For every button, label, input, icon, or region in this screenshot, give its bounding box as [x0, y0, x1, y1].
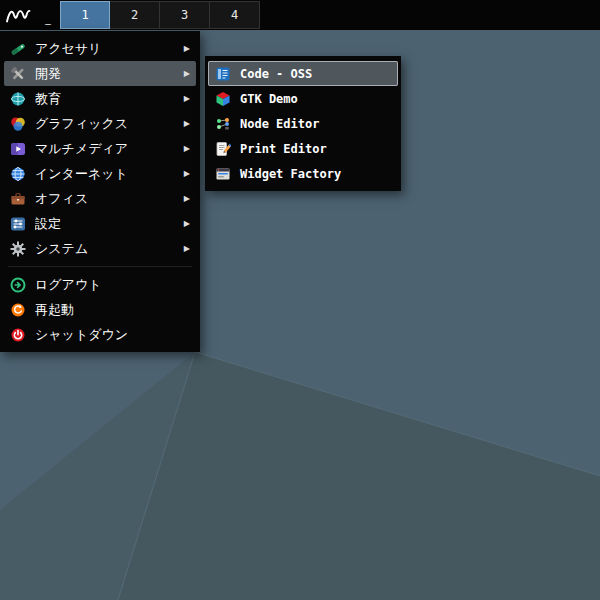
accessories-icon: [10, 41, 26, 57]
development-icon: [10, 66, 26, 82]
menu-item-graphics[interactable]: グラフィックス ▶: [4, 111, 196, 136]
logout-icon: [10, 277, 26, 293]
menu-item-label: シャットダウン: [35, 326, 190, 344]
node-editor-icon: [215, 116, 231, 132]
workspace-button-3[interactable]: 3: [160, 1, 210, 29]
menu-item-internet[interactable]: インターネット ▶: [4, 161, 196, 186]
menu-item-settings[interactable]: 設定 ▶: [4, 211, 196, 236]
system-icon: [10, 241, 26, 257]
settings-icon: [10, 216, 26, 232]
multimedia-icon: [10, 141, 26, 157]
submenu-arrow-icon: ▶: [184, 220, 190, 228]
menu-item-system[interactable]: システム ▶: [4, 236, 196, 261]
menu-item-label: インターネット: [35, 165, 175, 183]
menu-item-logout[interactable]: ログアウト: [4, 272, 196, 297]
menu-item-office[interactable]: オフィス ▶: [4, 186, 196, 211]
menu-item-multimedia[interactable]: マルチメディア ▶: [4, 136, 196, 161]
workspace-button-4[interactable]: 4: [210, 1, 260, 29]
reboot-icon: [10, 302, 26, 318]
menu-item-label: ログアウト: [35, 276, 190, 294]
widget-factory-icon: [215, 166, 231, 182]
submenu-item-label: GTK Demo: [240, 92, 298, 106]
menu-item-development[interactable]: 開発 ▶: [4, 61, 196, 86]
submenu-arrow-icon: ▶: [184, 145, 190, 153]
submenu-item-label: Print Editor: [240, 142, 327, 156]
menu-item-label: 設定: [35, 215, 175, 233]
office-icon: [10, 191, 26, 207]
education-icon: [10, 91, 26, 107]
workspace-switcher: 1 2 3 4: [60, 0, 260, 30]
submenu-item-label: Widget Factory: [240, 167, 341, 181]
menu-item-label: マルチメディア: [35, 140, 175, 158]
application-menu: アクセサリ ▶ 開発 ▶ 教育 ▶ グラフィックス ▶ マルチメディア ▶ イン: [0, 31, 200, 352]
print-editor-icon: [215, 141, 231, 157]
submenu-item-gtk-demo[interactable]: GTK Demo: [208, 86, 398, 111]
submenu-item-widget-factory[interactable]: Widget Factory: [208, 161, 398, 186]
taskbar: _ 1 2 3 4: [0, 0, 600, 30]
submenu-arrow-icon: ▶: [184, 170, 190, 178]
submenu-item-print-editor[interactable]: Print Editor: [208, 136, 398, 161]
workspace-button-1[interactable]: 1: [60, 1, 110, 29]
submenu-arrow-icon: ▶: [184, 70, 190, 78]
submenu-arrow-icon: ▶: [184, 45, 190, 53]
menu-item-label: 開発: [35, 65, 175, 83]
submenu-arrow-icon: ▶: [184, 120, 190, 128]
menu-item-label: システム: [35, 240, 175, 258]
submenu-item-label: Node Editor: [240, 117, 319, 131]
menu-separator: [8, 261, 192, 272]
submenu-arrow-icon: ▶: [184, 245, 190, 253]
graphics-icon: [10, 116, 26, 132]
submenu-item-label: Code - OSS: [240, 67, 312, 81]
code-oss-icon: [215, 66, 231, 82]
menu-item-accessories[interactable]: アクセサリ ▶: [4, 36, 196, 61]
menu-item-label: グラフィックス: [35, 115, 175, 133]
submenu-arrow-icon: ▶: [184, 195, 190, 203]
menu-item-reboot[interactable]: 再起動: [4, 297, 196, 322]
submenu-item-code-oss[interactable]: Code - OSS: [208, 61, 398, 86]
workspace-button-2[interactable]: 2: [110, 1, 160, 29]
menu-launcher-button[interactable]: [0, 0, 36, 30]
gtk-demo-icon: [215, 91, 231, 107]
show-desktop-button[interactable]: _: [36, 0, 60, 30]
menu-item-label: アクセサリ: [35, 40, 175, 58]
mabox-logo-icon: [5, 4, 31, 26]
internet-icon: [10, 166, 26, 182]
development-submenu: Code - OSS GTK Demo Node Editor Print Ed…: [205, 56, 401, 191]
menu-item-label: 再起動: [35, 301, 190, 319]
menu-item-shutdown[interactable]: シャットダウン: [4, 322, 196, 347]
menu-item-label: オフィス: [35, 190, 175, 208]
shutdown-icon: [10, 327, 26, 343]
menu-item-label: 教育: [35, 90, 175, 108]
submenu-item-node-editor[interactable]: Node Editor: [208, 111, 398, 136]
menu-item-education[interactable]: 教育 ▶: [4, 86, 196, 111]
submenu-arrow-icon: ▶: [184, 95, 190, 103]
